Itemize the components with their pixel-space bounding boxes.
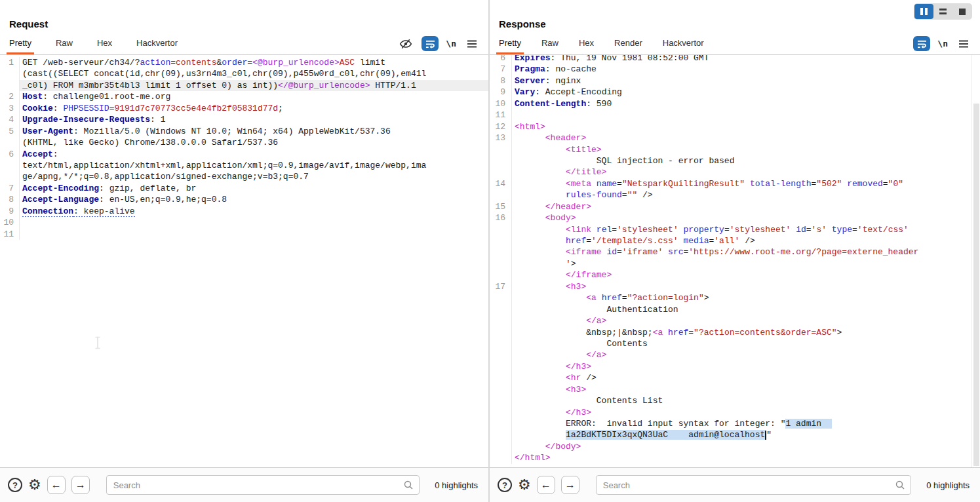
code-line: Contents List bbox=[490, 395, 980, 406]
line-number bbox=[490, 441, 512, 452]
newline-icon[interactable]: \n bbox=[937, 39, 948, 48]
code-line: 1GET /web-serveur/ch34/?action=contents&… bbox=[0, 57, 488, 68]
code-line: rules-found="" /> bbox=[490, 189, 980, 201]
response-tab-pretty[interactable]: Pretty bbox=[499, 38, 521, 54]
code-line: (KHTML, like Gecko) Chrome/138.0.0.0 Saf… bbox=[0, 137, 488, 148]
code-line: SQL injection - error based bbox=[490, 155, 980, 166]
code-line: Contents bbox=[490, 338, 980, 349]
code-line: 7Pragma: no-cache bbox=[490, 64, 980, 75]
line-number bbox=[490, 246, 512, 258]
code-line: 14 <meta name="NetsparkQuiltingResult" t… bbox=[490, 178, 980, 189]
layout-rows-icon[interactable] bbox=[933, 4, 952, 19]
code-line: 10Content-Length: 590 bbox=[490, 98, 980, 109]
code-line: '> bbox=[490, 258, 980, 269]
wrap-lines-icon[interactable] bbox=[913, 36, 930, 51]
request-tab-raw[interactable]: Raw bbox=[56, 38, 73, 54]
response-title: Response bbox=[499, 18, 546, 29]
line-number: 8 bbox=[0, 194, 20, 205]
code-line: </a> bbox=[490, 315, 980, 326]
code-line: 10 bbox=[0, 217, 488, 228]
search-icon bbox=[403, 480, 414, 490]
line-number bbox=[490, 155, 512, 166]
line-number: 6 bbox=[490, 55, 512, 64]
code-line: 9Vary: Accept-Encoding bbox=[490, 87, 980, 98]
help-icon[interactable]: ? bbox=[498, 478, 512, 492]
mouse-cursor-ibeam bbox=[94, 336, 102, 349]
scrollbar-thumb[interactable] bbox=[973, 104, 979, 466]
code-line: 9Connection: keep-alive bbox=[0, 206, 488, 217]
code-line: 11 bbox=[0, 229, 488, 240]
line-number bbox=[0, 160, 20, 171]
line-number: 2 bbox=[0, 91, 20, 102]
line-number: 9 bbox=[0, 206, 20, 217]
code-line: 8Server: nginx bbox=[490, 75, 980, 87]
scrollbar[interactable] bbox=[971, 55, 980, 467]
line-number: 9 bbox=[490, 87, 512, 98]
line-number bbox=[0, 137, 20, 148]
line-number bbox=[490, 452, 512, 463]
code-line: <hr /> bbox=[490, 372, 980, 383]
response-panel: Response Pretty Raw Hex Render Hackverto… bbox=[490, 0, 980, 502]
response-tab-hex[interactable]: Hex bbox=[579, 38, 594, 54]
search-next-button[interactable]: → bbox=[561, 476, 579, 494]
response-panel-header: Response Pretty Raw Hex Render Hackverto… bbox=[490, 0, 980, 55]
line-number bbox=[490, 372, 512, 383]
line-number bbox=[490, 429, 512, 440]
request-tabbar: Pretty Raw Hex Hackvertor bbox=[9, 38, 178, 54]
code-line: 16 <body> bbox=[490, 212, 980, 223]
line-number bbox=[490, 166, 512, 178]
menu-icon[interactable] bbox=[463, 36, 480, 51]
code-line: </iframe> bbox=[490, 269, 980, 280]
request-title: Request bbox=[9, 18, 48, 29]
line-number: 15 bbox=[490, 201, 512, 212]
code-line: 6Accept: bbox=[0, 149, 488, 160]
line-number bbox=[490, 418, 512, 429]
line-number: 10 bbox=[490, 98, 512, 109]
gear-icon[interactable]: ⚙ bbox=[28, 478, 41, 492]
response-editor[interactable]: 6Expires: Thu, 19 Nov 1981 08:52:00 GMT7… bbox=[490, 55, 980, 467]
request-search-input[interactable] bbox=[106, 475, 420, 495]
response-tab-raw[interactable]: Raw bbox=[541, 38, 559, 54]
layout-single-icon[interactable] bbox=[952, 4, 971, 19]
code-line: <iframe id='iframe' src='https://www.roo… bbox=[490, 246, 980, 258]
line-number: 11 bbox=[490, 109, 512, 121]
search-prev-button[interactable]: ← bbox=[537, 476, 555, 494]
code-line: 1a2BdKT5DIx3qxQN3UaC admin@localhost" bbox=[490, 429, 980, 440]
line-number: 6 bbox=[0, 149, 20, 160]
response-tab-render[interactable]: Render bbox=[614, 38, 642, 54]
wrap-lines-icon[interactable] bbox=[421, 36, 439, 51]
line-number bbox=[490, 395, 512, 406]
response-highlights-count: 0 highlights bbox=[926, 480, 970, 490]
line-number bbox=[490, 258, 512, 269]
layout-columns-icon[interactable] bbox=[914, 4, 933, 19]
line-number: 5 bbox=[0, 126, 20, 137]
request-search-bar: ? ⚙ ← → 0 highlights bbox=[0, 467, 488, 502]
help-icon[interactable]: ? bbox=[8, 478, 22, 492]
gear-icon[interactable]: ⚙ bbox=[518, 478, 531, 492]
request-panel-header: Request Pretty Raw Hex Hackvertor \n bbox=[0, 0, 488, 55]
line-number bbox=[490, 384, 512, 395]
code-line: _c0l) FROM m3mbr35t4bl3 limit 1 offset 0… bbox=[0, 80, 488, 91]
menu-icon[interactable] bbox=[955, 36, 972, 51]
response-search-input[interactable] bbox=[596, 475, 911, 495]
request-highlights-count: 0 highlights bbox=[435, 480, 478, 490]
newline-icon[interactable]: \n bbox=[446, 39, 456, 48]
line-number bbox=[490, 407, 512, 418]
request-editor[interactable]: 1GET /web-serveur/ch34/?action=contents&… bbox=[0, 55, 488, 467]
search-prev-button[interactable]: ← bbox=[47, 476, 66, 494]
request-tab-hex[interactable]: Hex bbox=[97, 38, 112, 54]
response-tab-hackvertor[interactable]: Hackvertor bbox=[663, 38, 704, 54]
request-tab-pretty[interactable]: Pretty bbox=[9, 38, 31, 54]
code-line: 7Accept-Encoding: gzip, deflate, br bbox=[0, 183, 488, 194]
search-icon bbox=[895, 480, 905, 490]
code-line: 2Host: challenge01.root-me.org bbox=[0, 91, 488, 102]
line-number: 1 bbox=[0, 57, 20, 68]
eye-off-icon[interactable] bbox=[397, 36, 414, 51]
code-line: text/html,application/xhtml+xml,applicat… bbox=[0, 160, 488, 171]
code-line: <a href="?action=login"> bbox=[490, 292, 980, 303]
line-number bbox=[490, 361, 512, 372]
search-next-button[interactable]: → bbox=[71, 476, 90, 494]
request-tab-hackvertor[interactable]: Hackvertor bbox=[136, 38, 178, 54]
line-number bbox=[490, 292, 512, 303]
line-number bbox=[490, 144, 512, 155]
